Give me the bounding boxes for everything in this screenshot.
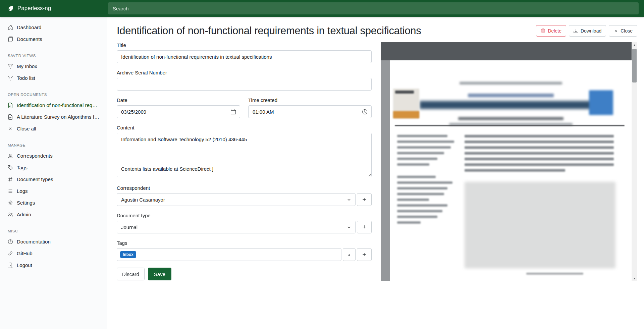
person-icon (8, 153, 13, 159)
sidebar-item-label: Documentation (17, 239, 51, 244)
plus-icon: + (362, 223, 366, 231)
pdf-blur-shape (397, 221, 421, 224)
sidebar-item-label: Logs (17, 188, 28, 194)
pdf-scrollbar[interactable]: ▲ ▼ (632, 42, 637, 281)
correspondent-label: Correspondent (117, 185, 372, 191)
pdf-blur-shape (397, 204, 447, 207)
trash-icon (541, 29, 545, 33)
app-brand[interactable]: Paperless-ng (0, 5, 107, 12)
pdf-blur-shape (393, 111, 419, 118)
time-value: 01:00 AM (253, 109, 274, 115)
pdf-blur-shape (397, 216, 437, 218)
link-icon (8, 251, 13, 256)
plus-icon: + (362, 251, 366, 258)
sidebar-item-documentation[interactable]: Documentation (0, 236, 107, 248)
sidebar-open-document-2[interactable]: A Literature Survey on Algorithms for Mu… (0, 111, 107, 123)
add-tag-button[interactable]: + (357, 248, 372, 261)
pdf-blur-shape (465, 146, 614, 149)
pdf-blur-shape (395, 125, 625, 126)
sidebar-item-logout[interactable]: Logout (0, 259, 107, 271)
date-input[interactable]: 03/25/2009 (117, 105, 240, 118)
add-document-type-button[interactable]: + (357, 221, 372, 233)
delete-button[interactable]: Delete (536, 25, 566, 37)
pdf-blur-shape (397, 135, 447, 137)
sidebar: Dashboard Documents SAVED VIEWS My Inbox… (0, 17, 107, 329)
pdf-blur-shape (465, 169, 565, 172)
asn-input[interactable] (117, 78, 372, 91)
tags-dropdown-button[interactable]: ▲ (343, 248, 356, 261)
navbar-search-area (107, 2, 644, 14)
pdf-blur-shape (526, 273, 583, 275)
page-title: Identification of non-functional require… (117, 25, 421, 37)
delete-label: Delete (548, 28, 561, 34)
save-button[interactable]: Save (148, 268, 171, 280)
pdf-blur-shape (460, 82, 562, 85)
pdf-blur-shape (397, 210, 442, 212)
pdf-blur-shape (589, 90, 613, 115)
sidebar-item-label: Todo list (17, 75, 35, 81)
close-label: Close (621, 28, 633, 34)
sidebar-item-documents[interactable]: Documents (0, 33, 107, 45)
list-icon (8, 188, 13, 194)
section-header-open-documents: OPEN DOCUMENTS (8, 93, 99, 97)
content-label: Content (117, 125, 372, 130)
tag-badge[interactable]: Inbox (120, 251, 136, 258)
asn-label: Archive Serial Number (117, 70, 372, 75)
sidebar-item-label: Document types (17, 176, 53, 182)
pdf-blur-shape (420, 101, 602, 109)
add-correspondent-button[interactable]: + (357, 193, 372, 206)
hash-icon (8, 177, 13, 182)
door-icon (8, 263, 13, 268)
pdf-blur-shape (465, 182, 615, 268)
document-type-select[interactable]: Journal (117, 221, 356, 233)
sidebar-item-logs[interactable]: Logs (0, 185, 107, 197)
download-icon (574, 29, 578, 33)
file-text-icon (8, 114, 13, 120)
tags-label: Tags (117, 240, 372, 246)
pdf-blur-shape (397, 176, 436, 178)
sidebar-item-todo-list[interactable]: Todo list (0, 72, 107, 84)
sidebar-open-document-1[interactable]: Identification of non-functional require… (0, 99, 107, 111)
correspondent-select[interactable]: Agustin Casamayor (117, 193, 356, 206)
pdf-blur-shape (465, 152, 614, 155)
sidebar-item-label: Correspondents (17, 153, 53, 159)
sidebar-item-github[interactable]: GitHub (0, 248, 107, 259)
sidebar-item-close-all[interactable]: Close all (0, 123, 107, 134)
pdf-blur-shape (397, 141, 454, 143)
pdf-preview: ▲ ▼ (381, 42, 637, 281)
scroll-up-icon[interactable]: ▲ (632, 42, 637, 48)
file-text-icon (8, 103, 13, 108)
title-input[interactable] (117, 50, 372, 63)
sidebar-item-label: Settings (17, 200, 35, 206)
content-textarea[interactable]: Information and Software Technology 52 (… (117, 133, 372, 177)
gear-icon (8, 200, 13, 206)
download-label: Download (581, 28, 601, 34)
sidebar-item-dashboard[interactable]: Dashboard (0, 21, 107, 33)
pdf-blur-shape (465, 163, 614, 166)
sidebar-item-my-inbox[interactable]: My Inbox (0, 60, 107, 72)
sidebar-item-label: Tags (17, 165, 28, 170)
search-input[interactable] (108, 2, 639, 14)
paperless-logo-icon (7, 5, 14, 12)
scroll-down-icon[interactable]: ▼ (632, 276, 637, 281)
sidebar-item-label: GitHub (17, 251, 33, 256)
correspondent-value: Agustin Casamayor (121, 197, 165, 203)
sidebar-item-admin[interactable]: Admin (0, 209, 107, 220)
sidebar-item-tags[interactable]: Tags (0, 162, 107, 173)
funnel-icon (8, 64, 13, 69)
close-button[interactable]: Close (609, 25, 637, 37)
scrollbar-thumb[interactable] (632, 49, 637, 83)
tags-input[interactable]: Inbox (117, 248, 341, 261)
time-created-input[interactable]: 01:00 AM (248, 105, 372, 118)
pdf-blur-shape (397, 199, 429, 201)
download-button[interactable]: Download (569, 25, 606, 37)
sidebar-item-correspondents[interactable]: Correspondents (0, 150, 107, 162)
discard-button[interactable]: Discard (117, 268, 145, 280)
date-label: Date (117, 97, 240, 103)
pdf-blur-shape (465, 141, 614, 143)
document-type-label: Document type (117, 213, 372, 218)
pdf-toolbar (381, 42, 632, 60)
sidebar-item-settings[interactable]: Settings (0, 197, 107, 209)
brand-name: Paperless-ng (17, 5, 51, 12)
sidebar-item-document-types[interactable]: Document types (0, 173, 107, 185)
